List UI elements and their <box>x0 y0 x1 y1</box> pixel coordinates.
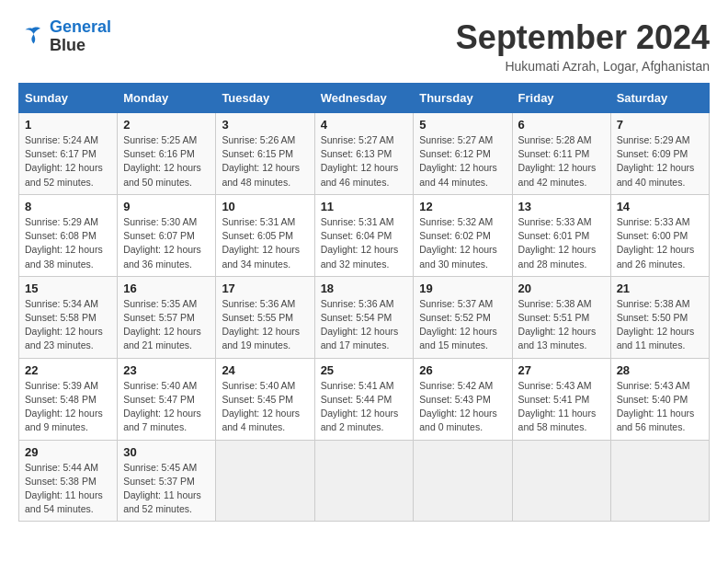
calendar-cell <box>314 440 414 522</box>
calendar-cell: 10Sunrise: 5:31 AM Sunset: 6:05 PM Dayli… <box>216 194 314 276</box>
day-number: 4 <box>321 118 408 132</box>
day-info: Sunrise: 5:33 AM Sunset: 6:01 PM Dayligh… <box>518 215 605 271</box>
day-of-week-header: Thursday <box>414 84 512 113</box>
calendar-week-row: 1Sunrise: 5:24 AM Sunset: 6:17 PM Daylig… <box>19 113 710 195</box>
day-number: 6 <box>518 118 605 132</box>
day-number: 12 <box>419 200 506 213</box>
calendar-week-row: 15Sunrise: 5:34 AM Sunset: 5:58 PM Dayli… <box>19 276 710 358</box>
day-number: 11 <box>321 200 408 213</box>
day-of-week-header: Sunday <box>19 84 118 113</box>
calendar-cell: 25Sunrise: 5:41 AM Sunset: 5:44 PM Dayli… <box>314 358 414 440</box>
day-info: Sunrise: 5:41 AM Sunset: 5:44 PM Dayligh… <box>321 379 408 435</box>
day-number: 26 <box>419 363 506 377</box>
calendar-cell: 9Sunrise: 5:30 AM Sunset: 6:07 PM Daylig… <box>118 194 216 276</box>
day-info: Sunrise: 5:25 AM Sunset: 6:16 PM Dayligh… <box>123 133 210 190</box>
day-info: Sunrise: 5:27 AM Sunset: 6:12 PM Dayligh… <box>419 133 506 190</box>
day-info: Sunrise: 5:37 AM Sunset: 5:52 PM Dayligh… <box>419 297 506 353</box>
day-info: Sunrise: 5:27 AM Sunset: 6:13 PM Dayligh… <box>321 133 408 190</box>
calendar-cell: 16Sunrise: 5:35 AM Sunset: 5:57 PM Dayli… <box>118 276 216 358</box>
calendar-cell: 11Sunrise: 5:31 AM Sunset: 6:04 PM Dayli… <box>314 194 414 276</box>
day-number: 28 <box>617 363 703 377</box>
calendar-cell: 13Sunrise: 5:33 AM Sunset: 6:01 PM Dayli… <box>512 194 610 276</box>
day-of-week-header: Saturday <box>610 84 709 113</box>
calendar-week-row: 29Sunrise: 5:44 AM Sunset: 5:38 PM Dayli… <box>19 440 710 522</box>
calendar-cell: 14Sunrise: 5:33 AM Sunset: 6:00 PM Dayli… <box>610 194 709 276</box>
day-info: Sunrise: 5:28 AM Sunset: 6:11 PM Dayligh… <box>518 133 605 190</box>
day-info: Sunrise: 5:44 AM Sunset: 5:38 PM Dayligh… <box>25 461 111 517</box>
calendar-header-row: SundayMondayTuesdayWednesdayThursdayFrid… <box>19 84 710 113</box>
day-info: Sunrise: 5:42 AM Sunset: 5:43 PM Dayligh… <box>419 379 506 435</box>
calendar-cell: 12Sunrise: 5:32 AM Sunset: 6:02 PM Dayli… <box>414 194 512 276</box>
day-number: 14 <box>617 200 703 213</box>
day-info: Sunrise: 5:36 AM Sunset: 5:55 PM Dayligh… <box>222 297 308 353</box>
day-number: 23 <box>123 363 210 377</box>
day-of-week-header: Monday <box>118 84 216 113</box>
calendar-cell: 4Sunrise: 5:27 AM Sunset: 6:13 PM Daylig… <box>314 113 414 195</box>
day-number: 18 <box>321 282 408 295</box>
calendar-cell: 21Sunrise: 5:38 AM Sunset: 5:50 PM Dayli… <box>610 276 709 358</box>
day-number: 2 <box>123 118 210 132</box>
calendar-cell: 26Sunrise: 5:42 AM Sunset: 5:43 PM Dayli… <box>414 358 512 440</box>
day-number: 1 <box>25 118 111 132</box>
day-info: Sunrise: 5:38 AM Sunset: 5:50 PM Dayligh… <box>617 297 703 353</box>
calendar-cell: 27Sunrise: 5:43 AM Sunset: 5:41 PM Dayli… <box>512 358 610 440</box>
calendar-cell: 8Sunrise: 5:29 AM Sunset: 6:08 PM Daylig… <box>19 194 118 276</box>
calendar-cell: 22Sunrise: 5:39 AM Sunset: 5:48 PM Dayli… <box>19 358 118 440</box>
day-info: Sunrise: 5:30 AM Sunset: 6:07 PM Dayligh… <box>123 215 210 271</box>
calendar-cell: 3Sunrise: 5:26 AM Sunset: 6:15 PM Daylig… <box>216 113 314 195</box>
day-info: Sunrise: 5:43 AM Sunset: 5:40 PM Dayligh… <box>617 379 703 435</box>
calendar-cell: 20Sunrise: 5:38 AM Sunset: 5:51 PM Dayli… <box>512 276 610 358</box>
calendar-cell <box>610 440 709 522</box>
calendar-cell: 30Sunrise: 5:45 AM Sunset: 5:37 PM Dayli… <box>118 440 216 522</box>
day-info: Sunrise: 5:32 AM Sunset: 6:02 PM Dayligh… <box>419 215 506 271</box>
logo: GeneralBlue <box>18 18 111 55</box>
day-info: Sunrise: 5:24 AM Sunset: 6:17 PM Dayligh… <box>25 133 111 190</box>
day-of-week-header: Friday <box>512 84 610 113</box>
day-info: Sunrise: 5:40 AM Sunset: 5:45 PM Dayligh… <box>222 379 308 435</box>
calendar-cell <box>414 440 512 522</box>
day-number: 7 <box>617 118 703 132</box>
day-info: Sunrise: 5:35 AM Sunset: 5:57 PM Dayligh… <box>123 297 210 353</box>
day-of-week-header: Wednesday <box>314 84 414 113</box>
calendar-cell: 23Sunrise: 5:40 AM Sunset: 5:47 PM Dayli… <box>118 358 216 440</box>
calendar-week-row: 8Sunrise: 5:29 AM Sunset: 6:08 PM Daylig… <box>19 194 710 276</box>
day-number: 16 <box>123 282 210 295</box>
location: Hukumati Azrah, Logar, Afghanistan <box>456 59 710 74</box>
day-number: 5 <box>419 118 506 132</box>
day-number: 15 <box>25 282 111 295</box>
day-number: 21 <box>617 282 703 295</box>
day-info: Sunrise: 5:31 AM Sunset: 6:04 PM Dayligh… <box>321 215 408 271</box>
calendar-cell: 18Sunrise: 5:36 AM Sunset: 5:54 PM Dayli… <box>314 276 414 358</box>
day-number: 3 <box>222 118 308 132</box>
day-info: Sunrise: 5:40 AM Sunset: 5:47 PM Dayligh… <box>123 379 210 435</box>
day-number: 30 <box>123 445 210 459</box>
day-info: Sunrise: 5:43 AM Sunset: 5:41 PM Dayligh… <box>518 379 605 435</box>
logo-text: GeneralBlue <box>50 18 111 55</box>
day-info: Sunrise: 5:29 AM Sunset: 6:09 PM Dayligh… <box>617 133 703 190</box>
calendar-table: SundayMondayTuesdayWednesdayThursdayFrid… <box>18 83 710 522</box>
day-number: 22 <box>25 363 111 377</box>
day-info: Sunrise: 5:45 AM Sunset: 5:37 PM Dayligh… <box>123 461 210 517</box>
day-number: 24 <box>222 363 308 377</box>
day-number: 10 <box>222 200 308 213</box>
day-number: 25 <box>321 363 408 377</box>
page-header: GeneralBlue September 2024 Hukumati Azra… <box>18 18 710 74</box>
day-of-week-header: Tuesday <box>216 84 314 113</box>
day-number: 19 <box>419 282 506 295</box>
calendar-cell: 6Sunrise: 5:28 AM Sunset: 6:11 PM Daylig… <box>512 113 610 195</box>
calendar-cell <box>216 440 314 522</box>
calendar-week-row: 22Sunrise: 5:39 AM Sunset: 5:48 PM Dayli… <box>19 358 710 440</box>
calendar-cell: 7Sunrise: 5:29 AM Sunset: 6:09 PM Daylig… <box>610 113 709 195</box>
calendar-cell: 2Sunrise: 5:25 AM Sunset: 6:16 PM Daylig… <box>118 113 216 195</box>
day-number: 13 <box>518 200 605 213</box>
month-title: September 2024 <box>456 18 710 57</box>
day-info: Sunrise: 5:36 AM Sunset: 5:54 PM Dayligh… <box>321 297 408 353</box>
day-info: Sunrise: 5:34 AM Sunset: 5:58 PM Dayligh… <box>25 297 111 353</box>
title-section: September 2024 Hukumati Azrah, Logar, Af… <box>456 18 710 74</box>
calendar-cell <box>512 440 610 522</box>
calendar-cell: 17Sunrise: 5:36 AM Sunset: 5:55 PM Dayli… <box>216 276 314 358</box>
day-info: Sunrise: 5:39 AM Sunset: 5:48 PM Dayligh… <box>25 379 111 435</box>
calendar-cell: 24Sunrise: 5:40 AM Sunset: 5:45 PM Dayli… <box>216 358 314 440</box>
calendar-cell: 15Sunrise: 5:34 AM Sunset: 5:58 PM Dayli… <box>19 276 118 358</box>
logo-icon <box>18 23 46 51</box>
